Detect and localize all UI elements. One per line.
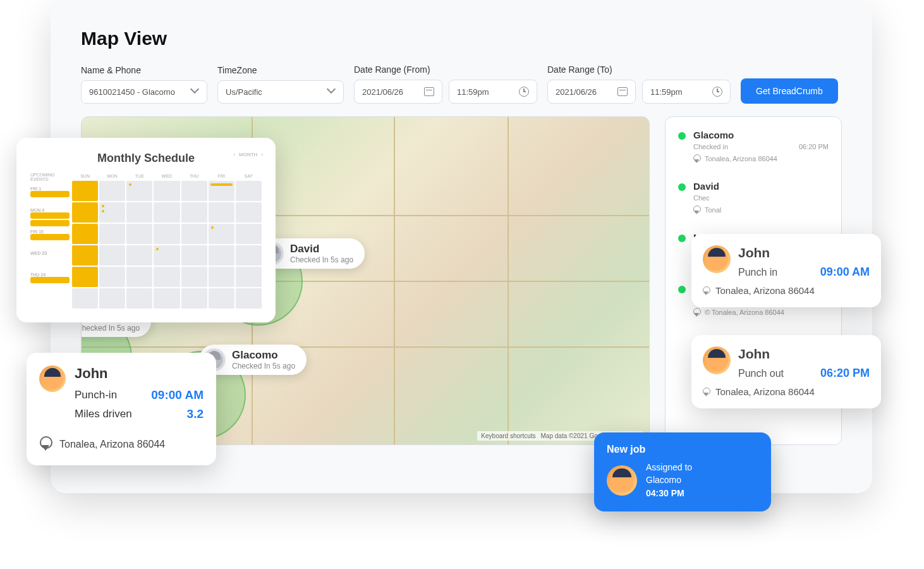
timezone-select[interactable]: Us/Pacific xyxy=(217,80,344,104)
filters-row: Name & Phone 9610021450 - Glacomo TimeZo… xyxy=(51,64,872,116)
card-name: John xyxy=(738,245,870,260)
filter-date-from: Date Range (From) 2021/06/26 11:59pm xyxy=(354,64,537,104)
avatar xyxy=(607,465,637,496)
filter-timezone: TimeZone Us/Pacific xyxy=(217,65,344,104)
clock-icon xyxy=(519,87,529,97)
feed-status: Chec xyxy=(693,194,710,202)
schedule-card: Monthly Schedule ‹MONTH› UPCOMING EVENTS… xyxy=(16,138,276,322)
card-location: Tonalea, Arizona 86044 xyxy=(59,439,165,450)
feed-status: Checked in xyxy=(693,143,728,150)
feed-location: Tonalea, Arizona 86044 xyxy=(705,155,777,162)
status-dot xyxy=(678,183,686,191)
notification-title: New job xyxy=(607,444,758,455)
card-location: Tonalea, Arizona 86044 xyxy=(715,386,815,397)
status-dot xyxy=(678,235,686,242)
select-value: 9610021450 - Glacomo xyxy=(89,87,175,97)
date-value: 2021/06/26 xyxy=(556,87,597,97)
punch-time: 09:00 AM xyxy=(820,266,870,279)
name-phone-select[interactable]: 9610021450 - Glacomo xyxy=(81,80,207,104)
feed-name: David xyxy=(693,181,829,192)
filter-label: Date Range (From) xyxy=(354,64,537,75)
punch-in-label: Punch-in xyxy=(75,389,117,401)
filter-date-to: Date Range (To) 2021/06/26 11:59pm xyxy=(547,64,731,104)
assigned-name: Glacomo xyxy=(646,474,692,487)
filter-label: Date Range (To) xyxy=(547,64,731,75)
time-to-input[interactable]: 11:59pm xyxy=(642,80,731,104)
punch-label: Punch in xyxy=(738,267,777,278)
feed-item[interactable]: David Chec Tonal xyxy=(678,181,829,214)
assigned-label: Assigned to xyxy=(646,462,692,474)
select-value: Us/Pacific xyxy=(226,87,262,97)
punch-out-card: John Punch out06:20 PM Tonalea, Arizona … xyxy=(691,335,881,408)
date-to-input[interactable]: 2021/06/26 xyxy=(547,80,636,104)
pin-icon xyxy=(39,436,53,453)
calendar-grid[interactable]: SUN MON TUE WED THU FRI SAT xyxy=(72,173,262,309)
upcoming-events: UPCOMING EVENTS: FRI 1 MON 4 FRI 15 WED … xyxy=(30,173,70,309)
schedule-title: Monthly Schedule xyxy=(30,152,262,165)
marker-status: Checked In 5s ago xyxy=(81,324,140,333)
filter-label: TimeZone xyxy=(217,65,344,75)
punch-label: Punch out xyxy=(738,368,784,379)
date-from-input[interactable]: 2021/06/26 xyxy=(354,80,442,104)
john-detail-card: John Punch-in09:00 AM Miles driven3.2 To… xyxy=(27,353,216,465)
punch-in-card: John Punch in09:00 AM Tonalea, Arizona 8… xyxy=(691,234,881,307)
feed-location: Tonal xyxy=(705,206,721,214)
time-from-input[interactable]: 11:59pm xyxy=(449,80,537,104)
card-location: Tonalea, Arizona 86044 xyxy=(715,285,815,296)
calendar-icon xyxy=(424,87,434,96)
new-job-notification[interactable]: New job Assigned to Glacomo 04:30 PM xyxy=(594,432,771,511)
calendar-icon xyxy=(617,87,628,96)
marker-name: Glacomo xyxy=(232,349,295,362)
card-name: John xyxy=(75,365,204,382)
status-dot xyxy=(678,286,686,293)
marker-status: Checked In 5s ago xyxy=(232,362,295,370)
miles-label: Miles driven xyxy=(75,408,132,420)
time-value: 11:59pm xyxy=(650,87,683,97)
avatar xyxy=(703,245,731,273)
marker-name: David xyxy=(290,243,353,255)
punch-time: 06:20 PM xyxy=(820,367,870,380)
feed-time: 06:20 PM xyxy=(799,143,829,150)
punch-in-time: 09:00 AM xyxy=(151,388,204,402)
pin-icon xyxy=(703,388,710,396)
feed-item[interactable]: Glacomo Checked in06:20 PM Tonalea, Ariz… xyxy=(678,130,829,163)
date-value: 2021/06/26 xyxy=(362,87,403,97)
pin-icon xyxy=(693,154,701,163)
filter-name-phone: Name & Phone 9610021450 - Glacomo xyxy=(81,65,207,104)
feed-location: © Tonalea, Arizona 86044 xyxy=(705,309,784,316)
pin-icon xyxy=(693,205,701,214)
map-shortcuts[interactable]: Keyboard shortcuts xyxy=(481,432,535,439)
chevron-down-icon xyxy=(328,89,336,96)
schedule-nav[interactable]: ‹MONTH› xyxy=(233,152,263,157)
get-breadcrumb-button[interactable]: Get BreadCrumb xyxy=(741,78,838,104)
header: Map View xyxy=(51,0,872,64)
page-title: Map View xyxy=(81,28,842,49)
clock-icon xyxy=(712,87,722,97)
chevron-down-icon xyxy=(191,89,199,96)
avatar xyxy=(39,365,66,392)
card-name: John xyxy=(738,346,870,362)
pin-icon xyxy=(693,308,701,317)
marker-status: Checked In 5s ago xyxy=(290,255,353,264)
status-dot xyxy=(678,132,686,140)
pin-icon xyxy=(703,286,710,295)
feed-name: Glacomo xyxy=(693,130,829,140)
time-value: 11:59pm xyxy=(457,87,489,97)
miles-value: 3.2 xyxy=(187,407,204,421)
notification-time: 04:30 PM xyxy=(646,487,692,500)
avatar xyxy=(703,346,731,374)
filter-label: Name & Phone xyxy=(81,65,207,75)
